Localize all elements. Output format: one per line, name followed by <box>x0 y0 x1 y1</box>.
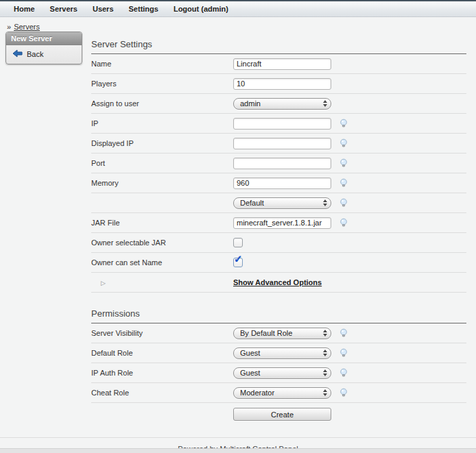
ip-auth-role-select[interactable]: Guest <box>233 367 331 379</box>
nav-item-servers[interactable]: Servers <box>50 5 78 13</box>
select-value: Guest <box>240 369 260 377</box>
form-row-name: Name <box>91 54 466 74</box>
form-row-default-role: Default Role Guest <box>91 343 466 363</box>
help-lightbulb-icon[interactable] <box>339 218 348 228</box>
select-value: admin <box>240 99 261 108</box>
field-label: Memory <box>91 179 233 187</box>
server-visibility-select[interactable]: By Default Role <box>233 328 331 339</box>
field-label: JAR File <box>91 219 233 227</box>
help-lightbulb-icon[interactable] <box>339 328 348 338</box>
bottom-strip <box>0 448 476 453</box>
assign-to-user-select[interactable]: admin <box>233 98 331 110</box>
form-row-owner-selectable-jar: Owner selectable JAR ✓ <box>91 233 466 253</box>
select-value: Default <box>240 199 264 207</box>
name-input[interactable] <box>233 58 331 70</box>
help-lightbulb-icon[interactable] <box>339 368 348 378</box>
nav-item-home[interactable]: Home <box>14 5 35 13</box>
breadcrumb-link-servers[interactable]: Servers <box>14 23 40 31</box>
breadcrumb-marker: » <box>7 23 11 31</box>
help-lightbulb-icon[interactable] <box>339 158 348 168</box>
check-icon: ✓ <box>234 254 243 264</box>
port-input[interactable] <box>233 158 331 169</box>
select-value: By Default Role <box>240 329 292 337</box>
main-content: Server Settings Name Players Assign to u… <box>91 34 466 428</box>
help-lightbulb-icon[interactable] <box>339 198 348 208</box>
form-row-jar-file: JAR File <box>91 213 466 233</box>
form-row-ip-auth-role: IP Auth Role Guest <box>91 363 466 383</box>
form-row-players: Players <box>91 74 466 94</box>
help-lightbulb-icon[interactable] <box>339 119 348 128</box>
create-button[interactable]: Create <box>233 408 331 421</box>
field-label: Assign to user <box>91 99 233 108</box>
form-row-cheat-role: Cheat Role Moderator <box>91 383 466 403</box>
form-row-server-visibility: Server Visibility By Default Role <box>91 323 466 343</box>
field-label: Default Role <box>91 349 233 357</box>
main-nav: Home Servers Users Settings Logout (admi… <box>0 1 476 17</box>
default-role-select[interactable]: Guest <box>233 347 331 359</box>
form-row-port: Port <box>91 154 466 173</box>
help-lightbulb-icon[interactable] <box>339 138 348 148</box>
back-arrow-icon <box>12 49 23 59</box>
memory-input[interactable] <box>233 177 331 189</box>
field-label: IP <box>91 119 233 127</box>
help-lightbulb-icon[interactable] <box>339 178 348 188</box>
field-label: IP Auth Role <box>91 369 233 377</box>
disclosure-triangle-icon[interactable]: ▷ <box>101 280 106 286</box>
field-label: Players <box>91 79 233 88</box>
section-title-permissions: Permissions <box>91 302 466 323</box>
updown-arrows-icon <box>323 330 327 336</box>
nav-item-settings[interactable]: Settings <box>129 5 158 13</box>
form-row-ip: IP <box>91 114 466 134</box>
field-label: Port <box>91 159 233 167</box>
displayed-ip-input[interactable] <box>233 138 331 149</box>
show-advanced-options-link[interactable]: Show Advanced Options <box>233 278 322 286</box>
field-label: Displayed IP <box>91 139 233 147</box>
form-row-displayed-ip: Displayed IP <box>91 134 466 154</box>
select-value: Moderator <box>240 389 274 397</box>
updown-arrows-icon <box>323 389 327 396</box>
owner-selectable-jar-checkbox[interactable]: ✓ <box>233 238 243 247</box>
nav-item-logout[interactable]: Logout (admin) <box>174 5 228 13</box>
help-lightbulb-icon[interactable] <box>339 388 348 397</box>
default-select[interactable]: Default <box>233 197 331 209</box>
field-label: Owner can set Name <box>91 258 233 267</box>
sidebar-title: New Server <box>6 32 82 45</box>
section-title-server-settings: Server Settings <box>91 34 466 54</box>
cheat-role-select[interactable]: Moderator <box>233 387 331 399</box>
help-lightbulb-icon[interactable] <box>339 348 348 358</box>
updown-arrows-icon <box>323 100 327 107</box>
jar-file-input[interactable] <box>233 217 331 229</box>
field-label: Owner selectable JAR <box>91 238 233 247</box>
form-row-owner-can-set-name: Owner can set Name ✓ <box>91 253 466 273</box>
updown-arrows-icon <box>323 369 327 376</box>
nav-item-users[interactable]: Users <box>93 5 114 13</box>
form-row-advanced-options: ▷ Show Advanced Options <box>91 273 466 293</box>
field-label: Name <box>91 60 233 68</box>
owner-can-set-name-checkbox[interactable]: ✓ <box>233 258 243 267</box>
create-row: Create <box>91 403 466 428</box>
updown-arrows-icon <box>323 199 327 206</box>
sidebar-panel: New Server Back <box>5 32 82 64</box>
players-input[interactable] <box>233 78 331 90</box>
field-label: Server Visibility <box>91 329 233 337</box>
form-row-assign-user: Assign to user admin <box>91 94 466 114</box>
sidebar-item-label: Back <box>27 50 43 58</box>
updown-arrows-icon <box>323 350 327 356</box>
sidebar-item-back[interactable]: Back <box>6 45 82 64</box>
select-value: Guest <box>240 349 260 357</box>
field-label: Cheat Role <box>91 389 233 397</box>
form-row-memory: Memory <box>91 173 466 193</box>
form-row-default-profile: Default <box>91 193 466 213</box>
ip-input[interactable] <box>233 118 331 130</box>
